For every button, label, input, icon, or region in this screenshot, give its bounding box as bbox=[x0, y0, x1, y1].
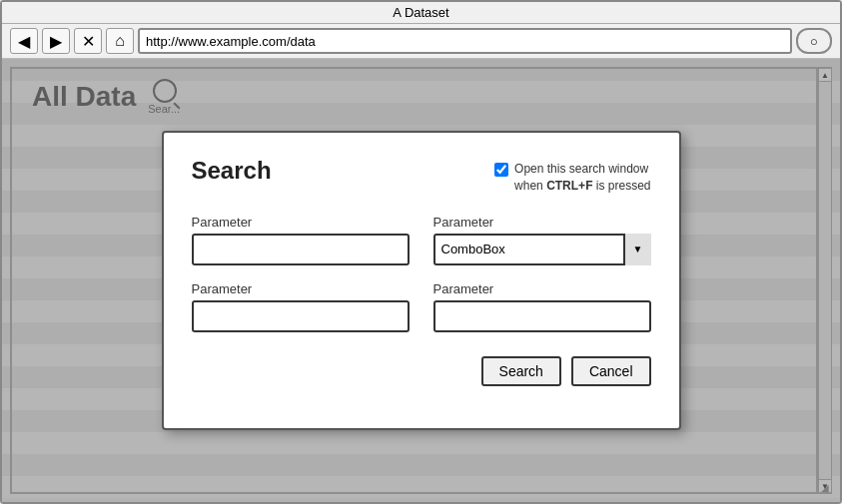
page-content: ▲ ▼ ◢ All Data Sear... Searc bbox=[2, 59, 840, 502]
close-icon: ✕ bbox=[82, 32, 95, 51]
field-label-4: Parameter bbox=[433, 281, 651, 296]
field-label-1: Parameter bbox=[192, 215, 410, 230]
shortcut-label: Open this search window when CTRL+F is p… bbox=[514, 161, 650, 195]
cancel-button[interactable]: Cancel bbox=[571, 356, 651, 386]
search-dialog: Search Open this search window when CTRL… bbox=[162, 131, 681, 430]
field-label-2: Parameter bbox=[433, 215, 651, 230]
form-field-4: Parameter bbox=[433, 281, 651, 332]
field-input-1[interactable] bbox=[192, 234, 410, 265]
search-button[interactable]: Search bbox=[481, 356, 561, 386]
modal-overlay: Search Open this search window when CTRL… bbox=[2, 59, 840, 502]
dialog-buttons: Search Cancel bbox=[192, 356, 651, 386]
back-icon: ◀ bbox=[18, 32, 30, 51]
close-button[interactable]: ✕ bbox=[74, 28, 102, 54]
combobox-select[interactable]: ComboBox bbox=[433, 234, 651, 265]
back-button[interactable]: ◀ bbox=[10, 28, 38, 54]
dialog-title: Search bbox=[192, 157, 272, 185]
field-input-3[interactable] bbox=[192, 300, 410, 332]
address-bar[interactable] bbox=[138, 28, 792, 54]
window-title: A Dataset bbox=[393, 5, 448, 20]
title-bar: A Dataset bbox=[2, 2, 840, 24]
dialog-header: Search Open this search window when CTRL… bbox=[192, 157, 651, 195]
browser-window: A Dataset ◀ ▶ ✕ ⌂ ○ bbox=[0, 0, 842, 504]
select-wrapper: ComboBox ▼ bbox=[433, 234, 651, 265]
forward-icon: ▶ bbox=[50, 32, 62, 51]
form-field-2: Parameter ComboBox ▼ bbox=[433, 215, 651, 265]
home-icon: ⌂ bbox=[115, 32, 125, 50]
form-grid: Parameter Parameter ComboBox ▼ bbox=[192, 215, 651, 332]
field-label-3: Parameter bbox=[192, 281, 410, 296]
shortcut-checkbox-area: Open this search window when CTRL+F is p… bbox=[494, 161, 650, 195]
form-field-3: Parameter bbox=[192, 281, 410, 332]
browser-search-icon: ○ bbox=[810, 34, 818, 49]
field-input-4[interactable] bbox=[433, 300, 651, 332]
forward-button[interactable]: ▶ bbox=[42, 28, 70, 54]
nav-bar: ◀ ▶ ✕ ⌂ ○ bbox=[2, 24, 840, 59]
form-field-1: Parameter bbox=[192, 215, 410, 265]
home-button[interactable]: ⌂ bbox=[106, 28, 134, 54]
browser-search-button[interactable]: ○ bbox=[796, 28, 832, 54]
shortcut-checkbox[interactable] bbox=[494, 163, 508, 177]
